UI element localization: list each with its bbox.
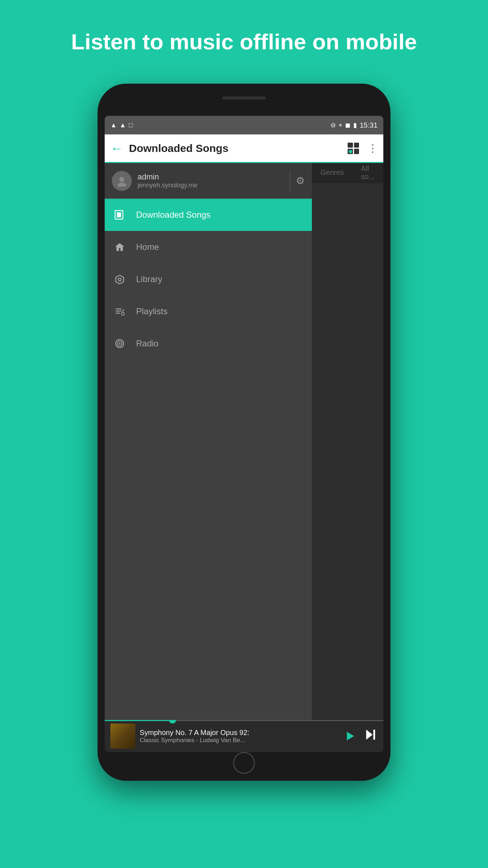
svg-point-4 <box>118 278 121 281</box>
content-row-1: ⋮ <box>312 187 383 215</box>
sidebar-item-radio[interactable]: Radio <box>105 327 312 360</box>
phone-speaker <box>223 97 265 99</box>
user-avatar <box>112 171 132 191</box>
wifi-icon: ⌖ <box>339 122 342 129</box>
divider <box>290 170 290 192</box>
sidebar-item-library-label: Library <box>136 274 162 284</box>
grid-cell-2 <box>354 143 359 148</box>
player-album-art <box>110 724 135 749</box>
row-more-icon-2[interactable]: ⋮ <box>369 225 378 235</box>
svg-point-1 <box>118 183 126 187</box>
library-icon <box>112 271 128 287</box>
player-artist-name: Classic Symphonies - Ludwig Van Be... <box>140 737 336 744</box>
svg-line-10 <box>123 310 124 310</box>
navigation-drawer: admin jennyeh.synology.me ⚙ <box>105 163 312 720</box>
app-bar: ← Downloaded Songs ⋮ <box>105 134 383 163</box>
grid-cell-3 <box>348 149 353 154</box>
svg-rect-16 <box>373 730 375 740</box>
status-time: 15:31 <box>360 121 378 129</box>
svg-point-0 <box>119 177 124 182</box>
next-button[interactable] <box>365 728 378 744</box>
album-art-image <box>110 724 135 749</box>
hero-title: Listen to music offline on mobile <box>0 0 488 77</box>
more-options-icon[interactable]: ⋮ <box>368 142 378 154</box>
svg-rect-3 <box>117 212 121 217</box>
content-rows: ⋮ ⋮ <box>312 183 383 247</box>
svg-marker-14 <box>347 732 354 740</box>
user-email: jennyeh.synology.me <box>138 182 284 189</box>
status-bar: ▲ ▲ □ ⊖ ⌖ ◼ ▮ 15:31 <box>105 116 383 134</box>
tab-all-songs[interactable]: All so... <box>353 163 383 183</box>
content-area: admin jennyeh.synology.me ⚙ <box>105 163 383 720</box>
notification-icon-2: ▲ <box>120 122 126 129</box>
back-button[interactable]: ← <box>110 141 123 156</box>
drawer-user-section[interactable]: admin jennyeh.synology.me ⚙ <box>105 163 312 199</box>
phone-device: ▲ ▲ □ ⊖ ⌖ ◼ ▮ 15:31 ← Downloaded Songs <box>98 84 390 781</box>
playlists-icon <box>112 304 128 319</box>
svg-point-13 <box>119 343 120 344</box>
battery-icon: ▮ <box>353 121 357 129</box>
image-notification-icon: □ <box>129 122 133 129</box>
row-more-icon-1[interactable]: ⋮ <box>369 196 378 206</box>
tab-genres[interactable]: Genres <box>312 163 353 183</box>
grid-cell-1 <box>348 143 353 148</box>
sidebar-item-radio-label: Radio <box>136 339 159 349</box>
sidebar-item-downloaded-songs[interactable]: Downloaded Songs <box>105 199 312 231</box>
grid-cell-4 <box>354 149 359 154</box>
do-not-disturb-icon: ⊖ <box>330 121 336 129</box>
sidebar-item-library[interactable]: Library <box>105 263 312 295</box>
player-progress-fill <box>105 720 174 721</box>
user-info: admin jennyeh.synology.me <box>132 172 284 189</box>
sidebar-item-downloaded-songs-label: Downloaded Songs <box>136 210 210 220</box>
status-left-icons: ▲ ▲ □ <box>110 122 133 129</box>
sidebar-item-playlists-label: Playlists <box>136 306 168 316</box>
notification-icon-1: ▲ <box>110 122 117 129</box>
player-controls <box>340 727 378 745</box>
play-button[interactable] <box>340 727 359 745</box>
svg-marker-15 <box>366 730 373 740</box>
player-info: Symphony No. 7 A Major Opus 92: Classic … <box>140 729 336 744</box>
sidebar-item-home-label: Home <box>136 242 159 252</box>
downloaded-songs-icon <box>112 207 128 223</box>
status-right-icons: ⊖ ⌖ ◼ ▮ 15:31 <box>330 121 378 129</box>
phone-home-button[interactable] <box>233 752 255 774</box>
settings-icon[interactable]: ⚙ <box>296 175 305 187</box>
user-name: admin <box>138 172 284 182</box>
sidebar-item-home[interactable]: Home <box>105 231 312 263</box>
signal-icon: ◼ <box>345 121 350 129</box>
bottom-player: Symphony No. 7 A Major Opus 92: Classic … <box>105 720 383 752</box>
grid-view-icon[interactable] <box>348 143 359 154</box>
radio-icon <box>112 336 128 351</box>
content-row-2: ⋮ <box>312 215 383 244</box>
svg-point-8 <box>121 312 124 315</box>
player-progress-track <box>105 720 383 721</box>
phone-screen: ▲ ▲ □ ⊖ ⌖ ◼ ▮ 15:31 ← Downloaded Songs <box>105 116 383 752</box>
home-icon <box>112 239 128 255</box>
right-content-area: Genres All so... ⋮ ⋮ <box>312 163 383 720</box>
sidebar-item-playlists[interactable]: Playlists <box>105 295 312 327</box>
tabs-strip: Genres All so... <box>312 163 383 183</box>
player-song-title: Symphony No. 7 A Major Opus 92: <box>140 729 336 737</box>
app-bar-title: Downloaded Songs <box>129 142 342 154</box>
phone-wrapper: ▲ ▲ □ ⊖ ⌖ ◼ ▮ 15:31 ← Downloaded Songs <box>0 77 488 781</box>
